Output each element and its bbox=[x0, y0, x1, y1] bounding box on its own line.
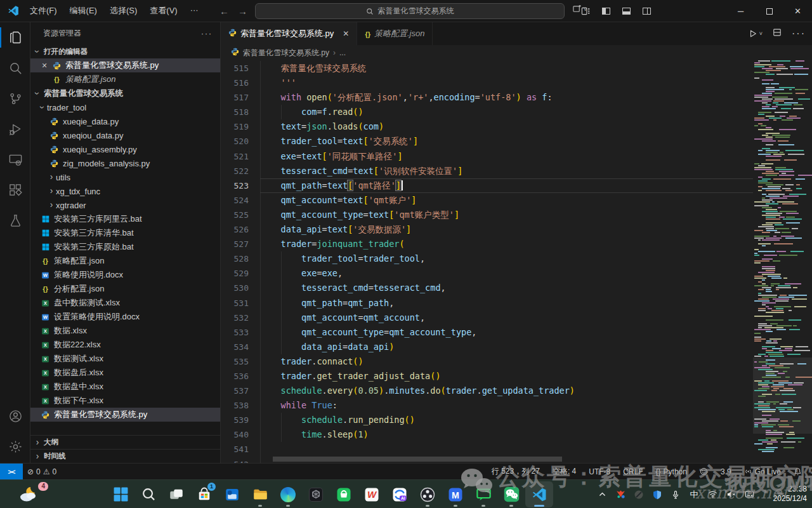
close-button[interactable]: ✕ bbox=[783, 0, 812, 22]
tree-file[interactable]: 安装第三方库清华.bat bbox=[30, 226, 220, 240]
code-line-527[interactable]: trader=joinquant_trader( bbox=[260, 237, 753, 251]
tree-file[interactable]: X盘中数据测试.xlsx bbox=[30, 296, 220, 310]
menu-item-3[interactable]: 查看(V) bbox=[144, 3, 183, 19]
code-line-530[interactable]: tesseract_cmd=tesseract_cmd, bbox=[260, 281, 753, 295]
minimize-button[interactable]: ─ bbox=[726, 0, 755, 22]
code-line-532[interactable]: qmt_account=qmt_account, bbox=[260, 311, 753, 325]
toggle-secondary-sidebar-button[interactable] bbox=[639, 4, 653, 18]
breadcrumb-file[interactable]: 索普量化雪球交易系统.py bbox=[243, 48, 329, 58]
code-line-535[interactable]: trader.connact() bbox=[260, 354, 753, 369]
tray-volume-muted-icon[interactable] bbox=[725, 490, 737, 499]
taskbar-wechat-icon[interactable] bbox=[497, 481, 525, 507]
taskbar-store-icon[interactable]: 1 bbox=[190, 481, 218, 507]
code-line-539[interactable]: schedule.run_pending() bbox=[260, 413, 753, 427]
code-line-528[interactable]: trader_tool=trader_tool, bbox=[260, 251, 753, 266]
code-line-520[interactable]: trader_tool=text['交易系统'] bbox=[260, 134, 753, 149]
code-line-529[interactable]: exe=exe, bbox=[260, 266, 753, 281]
close-icon[interactable]: ✕ bbox=[343, 29, 349, 38]
taskbar-vscode-icon[interactable] bbox=[525, 481, 553, 507]
code-line-533[interactable]: qmt_account_type=qmt_account_type, bbox=[260, 325, 753, 340]
activity-testing-icon[interactable] bbox=[0, 205, 30, 236]
code-line-538[interactable]: while True: bbox=[260, 398, 753, 413]
remote-indicator[interactable]: >< bbox=[0, 464, 23, 479]
code-line-541[interactable] bbox=[260, 442, 753, 457]
activity-run-debug-icon[interactable] bbox=[0, 114, 30, 144]
taskbar-qq-browser-icon[interactable]: AI bbox=[386, 481, 414, 507]
taskbar-edge-icon[interactable] bbox=[274, 481, 302, 507]
tree-file[interactable]: W策略使用说明.docx bbox=[30, 268, 220, 282]
tree-file[interactable]: X数据盘中.xlsx bbox=[30, 380, 220, 394]
code-line-522[interactable]: tesseract_cmd=text['识别软件安装位置'] bbox=[260, 164, 753, 178]
tree-file[interactable]: xueqiou_data.py bbox=[30, 128, 220, 142]
tree-file[interactable]: 索普量化雪球交易系统.py bbox=[30, 408, 220, 422]
menu-item-2[interactable]: 选择(S) bbox=[104, 3, 143, 19]
tree-file[interactable]: 安装第三方库原始.bat bbox=[30, 240, 220, 254]
breadcrumb[interactable]: 索普量化雪球交易系统.py › ... bbox=[221, 45, 812, 60]
code-line-517[interactable]: with open('分析配置.json','r+',encoding='utf… bbox=[260, 90, 753, 105]
timeline-section-header[interactable]: › 时间线 bbox=[30, 449, 220, 463]
python-interpreter[interactable]: 3.9 bbox=[717, 467, 735, 476]
sidebar-more-actions-button[interactable]: ··· bbox=[201, 29, 213, 38]
toggle-panel-button[interactable] bbox=[619, 4, 633, 18]
taskbar-game-box-icon[interactable] bbox=[302, 481, 330, 507]
outline-section-header[interactable]: › 大纲 bbox=[30, 435, 220, 449]
go-live-button[interactable]: Go Live bbox=[740, 467, 785, 476]
tray-chevron-up-icon[interactable] bbox=[596, 490, 608, 498]
editor-more-actions-button[interactable]: ··· bbox=[792, 28, 806, 39]
activity-extensions-icon[interactable] bbox=[0, 175, 30, 205]
editor-tab[interactable]: 索普量化雪球交易系统.py✕ bbox=[221, 22, 357, 45]
tree-folder-xg_tdx_func[interactable]: ›xg_tdx_func bbox=[30, 184, 220, 198]
taskbar-green-mall-icon[interactable] bbox=[330, 481, 358, 507]
code-line-521[interactable]: exe=text['同花顺下单路径'] bbox=[260, 149, 753, 164]
taskbar-screen-cast-icon[interactable] bbox=[469, 481, 497, 507]
settings-icon[interactable] bbox=[0, 431, 30, 462]
encoding-setting[interactable]: UTF-8 bbox=[585, 467, 614, 476]
language-mode[interactable]: {} Python bbox=[652, 467, 691, 476]
taskbar-m-editor-icon[interactable]: M bbox=[442, 481, 469, 507]
cursor-position[interactable]: 行 523，列 27 bbox=[488, 466, 544, 477]
nav-back-button[interactable]: ← bbox=[219, 6, 229, 17]
tray-defender-icon[interactable] bbox=[652, 490, 663, 500]
menu-item-1[interactable]: 编辑(E) bbox=[64, 3, 103, 19]
minimap[interactable] bbox=[753, 60, 812, 463]
horizontal-scrollbar[interactable] bbox=[273, 457, 562, 462]
tray-mic-icon[interactable] bbox=[670, 490, 681, 500]
menu-item-4[interactable]: ··· bbox=[185, 3, 204, 19]
tree-file[interactable]: X数据盘后.xlsx bbox=[30, 366, 220, 380]
tree-folder-utils[interactable]: ›utils bbox=[30, 170, 220, 184]
open-editors-section-header[interactable]: › 打开的编辑器 bbox=[30, 44, 220, 58]
taskbar-search-icon[interactable] bbox=[134, 481, 162, 507]
tree-file[interactable]: X数据.xlsx bbox=[30, 324, 220, 338]
editor-tab[interactable]: {}策略配置.json bbox=[357, 22, 433, 45]
code-line-519[interactable]: text=json.loads(com) bbox=[260, 119, 753, 134]
eol-setting[interactable]: CRLF bbox=[619, 467, 646, 476]
tree-folder-trader_tool[interactable]: ›trader_tool bbox=[30, 100, 220, 114]
tree-file[interactable]: xueqiu_assembly.py bbox=[30, 142, 220, 156]
toggle-sidebar-button[interactable] bbox=[599, 4, 613, 18]
code-line-531[interactable]: qmt_path=qmt_path, bbox=[260, 296, 753, 311]
taskbar-clock[interactable]: 23:38 2025/12/4 bbox=[773, 485, 807, 504]
code-line-534[interactable]: data_api=data_api) bbox=[260, 340, 753, 354]
nav-forward-button[interactable]: → bbox=[238, 6, 247, 17]
tree-file[interactable]: {}策略配置.json bbox=[30, 254, 220, 268]
tree-file[interactable]: W设置策略使用说明.docx bbox=[30, 310, 220, 324]
tree-file[interactable]: zig_models_analysis.py bbox=[30, 156, 220, 170]
tree-file[interactable]: {}分析配置.json bbox=[30, 282, 220, 296]
open-editor-item[interactable]: ✕索普量化雪球交易系统.py bbox=[30, 58, 220, 72]
activity-explorer-icon[interactable] bbox=[0, 22, 30, 53]
notifications-bell-button[interactable] bbox=[790, 467, 806, 476]
indentation-setting[interactable]: 空格: 4 bbox=[549, 466, 580, 477]
account-icon[interactable] bbox=[0, 401, 30, 431]
tree-folder-xgtrader[interactable]: ›xgtrader bbox=[30, 198, 220, 212]
root-folder-header[interactable]: › 索普量化雪球交易系统 bbox=[30, 86, 220, 100]
tree-file[interactable]: X数据测试.xlsx bbox=[30, 352, 220, 366]
code-line-516[interactable]: ''' bbox=[260, 76, 753, 90]
taskbar-task-view-icon[interactable] bbox=[162, 481, 190, 507]
code-line-518[interactable]: com=f.read() bbox=[260, 105, 753, 119]
code-line-525[interactable]: qmt_account_type=text['qmt账户类型'] bbox=[260, 208, 753, 222]
tray-ime-language-indicator[interactable]: 中 bbox=[688, 489, 700, 500]
tree-file[interactable]: xueqie_data.py bbox=[30, 114, 220, 128]
tray-dark-app-icon[interactable] bbox=[633, 490, 645, 500]
customize-layout-button[interactable] bbox=[579, 4, 593, 18]
tray-ime-panel-icon[interactable] bbox=[743, 490, 755, 499]
